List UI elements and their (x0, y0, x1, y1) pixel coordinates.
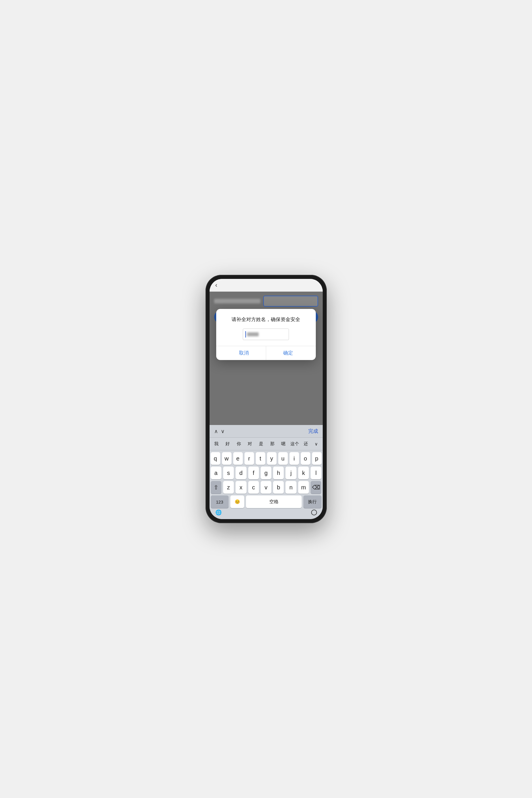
suggestion-3[interactable]: 对 (245, 439, 255, 449)
key-d[interactable]: d (235, 467, 246, 479)
key-m[interactable]: m (298, 481, 309, 494)
key-t[interactable]: t (256, 452, 265, 465)
key-l[interactable]: l (310, 467, 321, 479)
key-rows: q w e r t y u i o p a s d f g (210, 450, 323, 508)
key-e[interactable]: e (233, 452, 243, 465)
toolbar-nav: ∧ ∨ (214, 428, 308, 435)
key-w[interactable]: w (222, 452, 231, 465)
status-bar: ‹ (210, 279, 323, 291)
key-f[interactable]: f (248, 467, 259, 479)
dialog-buttons: 取消 确定 (222, 346, 310, 360)
dialog-overlay: 请补全对方姓名，确保资金安全 取消 确定 (210, 291, 323, 425)
emoji-key[interactable]: 😊 (230, 495, 244, 508)
keyboard-area: ∧ ∨ 完成 我 好 你 对 是 那 嗯 这个 还 ∨ (210, 425, 323, 519)
toolbar-prev[interactable]: ∧ (214, 428, 218, 435)
key-p[interactable]: p (312, 452, 322, 465)
dialog-input-row (222, 328, 310, 340)
globe-icon[interactable]: 🌐 (215, 509, 222, 516)
key-y[interactable]: y (267, 452, 277, 465)
suggestion-row: 我 好 你 对 是 那 嗯 这个 还 ∨ (210, 438, 323, 450)
phone-frame: ‹ 请补全对方姓名，确保资金安全 (206, 275, 327, 523)
key-row-3: ⇧ z x c v b n m ⌫ (211, 481, 322, 494)
key-row-4: 123 😊 空格 换行 (211, 495, 322, 508)
suggestion-6[interactable]: 嗯 (278, 439, 289, 449)
toolbar-done-button[interactable]: 完成 (308, 428, 318, 435)
suggestion-8[interactable]: 还 (301, 439, 311, 449)
suggestion-4[interactable]: 是 (256, 439, 266, 449)
space-key[interactable]: 空格 (246, 495, 302, 508)
confirm-button[interactable]: 确定 (266, 346, 310, 360)
text-cursor (245, 331, 246, 338)
toolbar-next[interactable]: ∨ (221, 428, 225, 435)
key-row-1: q w e r t y u i o p (211, 452, 322, 465)
keyboard-toolbar: ∧ ∨ 完成 (210, 425, 323, 438)
dialog-title: 请补全对方姓名，确保资金安全 (222, 316, 310, 323)
key-o[interactable]: o (301, 452, 310, 465)
key-b[interactable]: b (273, 481, 284, 494)
key-q[interactable]: q (211, 452, 220, 465)
key-s[interactable]: s (223, 467, 234, 479)
partial-text (247, 332, 259, 336)
key-z[interactable]: z (223, 481, 234, 494)
phone-screen: ‹ 请补全对方姓名，确保资金安全 (210, 279, 323, 519)
back-button[interactable]: ‹ (215, 282, 217, 289)
key-i[interactable]: i (289, 452, 299, 465)
key-k[interactable]: k (298, 467, 309, 479)
key-a[interactable]: a (211, 467, 222, 479)
dialog-box: 请补全对方姓名，确保资金安全 取消 确定 (216, 309, 316, 360)
dialog-input-wrapper[interactable] (243, 328, 289, 340)
bottom-bar: 🌐 (210, 508, 323, 517)
suggestion-1[interactable]: 好 (222, 439, 233, 449)
key-n[interactable]: n (285, 481, 296, 494)
key-g[interactable]: g (261, 467, 271, 479)
key-v[interactable]: v (261, 481, 271, 494)
key-h[interactable]: h (273, 467, 284, 479)
suggestion-7[interactable]: 这个 (289, 439, 300, 449)
key-r[interactable]: r (245, 452, 254, 465)
return-key[interactable]: 换行 (303, 495, 322, 508)
suggestion-2[interactable]: 你 (233, 439, 244, 449)
suggestion-5[interactable]: 那 (267, 439, 278, 449)
home-indicator (311, 510, 317, 515)
key-row-2: a s d f g h j k l (211, 467, 322, 479)
key-u[interactable]: u (278, 452, 288, 465)
suggestion-expand[interactable]: ∨ (312, 441, 321, 446)
key-x[interactable]: x (235, 481, 246, 494)
shift-key[interactable]: ⇧ (211, 481, 222, 494)
numbers-key[interactable]: 123 (211, 495, 229, 508)
app-content: 请补全对方姓名，确保资金安全 取消 确定 (210, 291, 323, 425)
suggestion-0[interactable]: 我 (211, 439, 222, 449)
cancel-button[interactable]: 取消 (222, 346, 266, 360)
delete-key[interactable]: ⌫ (310, 481, 321, 494)
key-j[interactable]: j (285, 467, 296, 479)
key-c[interactable]: c (248, 481, 259, 494)
